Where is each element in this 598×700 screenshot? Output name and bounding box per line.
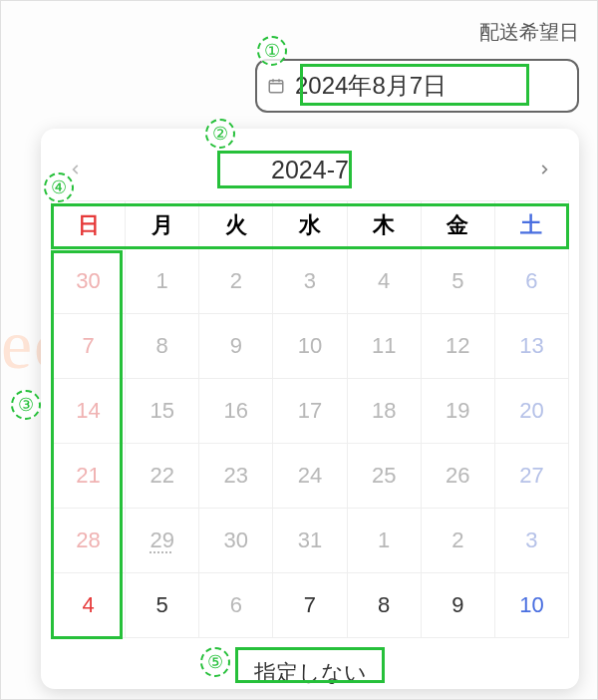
calendar-day[interactable]: 10 <box>273 314 347 379</box>
calendar-day[interactable]: 10 <box>495 573 569 638</box>
calendar-day[interactable]: 27 <box>495 444 569 509</box>
calendar-day[interactable]: 3 <box>273 249 347 314</box>
field-label: 配送希望日 <box>479 19 579 46</box>
annotation-box-3 <box>51 250 123 639</box>
calendar-grid: 日月火水木金土301234567891011121314151617181920… <box>51 200 569 638</box>
calendar-day[interactable]: 30 <box>199 509 273 573</box>
annotation-number-3: ③ <box>11 390 41 420</box>
calendar-day[interactable]: 4 <box>348 249 422 314</box>
calendar-day[interactable]: 1 <box>126 249 199 314</box>
calendar-day[interactable]: 2 <box>199 249 273 314</box>
calendar-day[interactable]: 26 <box>422 444 495 509</box>
annotation-box-4 <box>51 203 569 249</box>
annotation-number-1: ① <box>257 36 287 66</box>
calendar-day[interactable]: 1 <box>348 509 422 573</box>
calendar-day[interactable]: 15 <box>126 379 199 444</box>
calendar-day[interactable]: 9 <box>199 314 273 379</box>
calendar-day[interactable]: 5 <box>126 573 199 638</box>
calendar-day[interactable]: 18 <box>348 379 422 444</box>
calendar-day[interactable]: 24 <box>273 444 347 509</box>
annotation-number-4: ④ <box>44 173 74 202</box>
calendar-day[interactable]: 22 <box>126 444 199 509</box>
annotation-number-5: ⑤ <box>200 647 230 677</box>
calendar-day[interactable]: 5 <box>422 249 495 314</box>
annotation-box-5 <box>235 647 385 683</box>
next-month-button[interactable] <box>529 155 559 184</box>
calendar-day[interactable]: 6 <box>495 249 569 314</box>
calendar-day[interactable]: 11 <box>348 314 422 379</box>
calendar-day[interactable]: 6 <box>199 573 273 638</box>
calendar-day[interactable]: 8 <box>348 573 422 638</box>
calendar-day[interactable]: 17 <box>273 379 347 444</box>
annotation-number-2: ② <box>205 119 235 149</box>
annotation-box-1 <box>300 64 529 106</box>
calendar-day[interactable]: 19 <box>422 379 495 444</box>
calendar-day[interactable]: 3 <box>495 509 569 573</box>
calendar-day[interactable]: 25 <box>348 444 422 509</box>
calendar-day[interactable]: 12 <box>422 314 495 379</box>
calendar-day[interactable]: 7 <box>273 573 347 638</box>
calendar-day[interactable]: 29 <box>126 509 199 573</box>
calendar-day[interactable]: 2 <box>422 509 495 573</box>
calendar-day[interactable]: 16 <box>199 379 273 444</box>
annotation-box-2 <box>217 151 352 188</box>
svg-rect-0 <box>269 81 283 93</box>
calendar-day[interactable]: 31 <box>273 509 347 573</box>
calendar-icon <box>267 77 285 95</box>
calendar-day[interactable]: 20 <box>495 379 569 444</box>
calendar-day[interactable]: 13 <box>495 314 569 379</box>
calendar-day[interactable]: 23 <box>199 444 273 509</box>
calendar-day[interactable]: 8 <box>126 314 199 379</box>
calendar-day[interactable]: 9 <box>422 573 495 638</box>
